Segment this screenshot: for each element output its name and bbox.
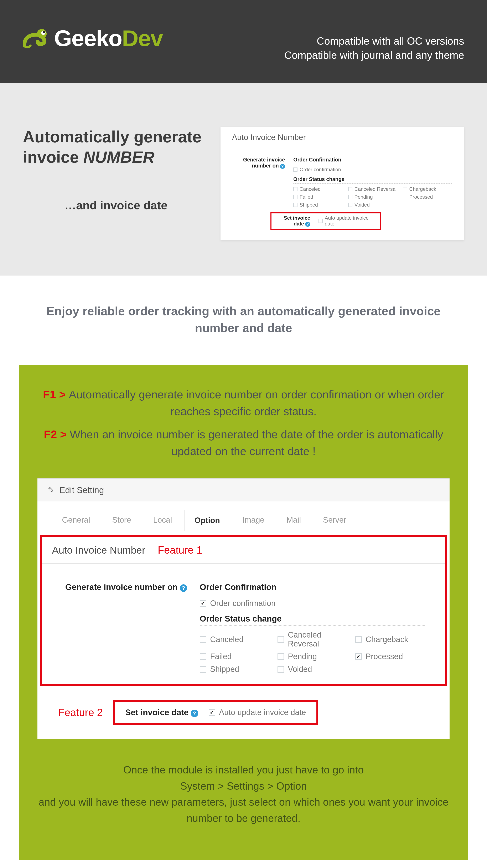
status-checkbox[interactable]: Failed: [293, 194, 342, 200]
status-checkbox[interactable]: Pending: [348, 194, 397, 200]
tab-mail[interactable]: Mail: [277, 510, 311, 531]
help-icon[interactable]: ?: [280, 164, 285, 169]
svg-point-2: [43, 31, 45, 33]
tab-store[interactable]: Store: [102, 510, 141, 531]
tab-general[interactable]: General: [52, 510, 100, 531]
status-checkbox[interactable]: Canceled: [200, 630, 269, 648]
order-confirmation-heading: Order Confirmation: [200, 583, 425, 594]
status-checkbox[interactable]: Processed: [403, 194, 452, 200]
feature-block: F1 > Automatically generate invoice numb…: [19, 365, 468, 860]
status-checkbox[interactable]: Shipped: [200, 665, 269, 674]
feature-2-highlight: Set invoice date? Auto update invoice da…: [113, 700, 318, 724]
status-grid: CanceledCanceled ReversalChargebackFaile…: [200, 630, 425, 674]
chameleon-icon: [23, 27, 50, 50]
help-icon[interactable]: ?: [305, 222, 310, 227]
order-confirmation-checkbox[interactable]: Order confirmation: [200, 599, 425, 608]
status-checkbox[interactable]: Canceled: [293, 186, 342, 192]
generate-on-label: Generate invoice number on?: [233, 157, 285, 208]
tab-local[interactable]: Local: [143, 510, 182, 531]
hero-section: Automatically generate invoice NUMBER …a…: [0, 83, 487, 276]
status-checkbox[interactable]: Chargeback: [355, 630, 425, 648]
tab-image[interactable]: Image: [232, 510, 275, 531]
hero-title: Automatically generate invoice NUMBER: [23, 127, 204, 167]
feature-2-tag: Feature 2: [50, 707, 105, 719]
brand-name: GeekoDev: [54, 25, 163, 51]
hero-subtitle: …and invoice date: [23, 198, 204, 212]
pencil-icon: ✎: [48, 486, 54, 495]
auto-update-date-checkbox[interactable]: Auto update invoice date: [318, 215, 376, 227]
status-checkbox[interactable]: Processed: [355, 652, 425, 661]
status-checkbox[interactable]: Failed: [200, 652, 269, 661]
settings-tabs: GeneralStoreLocalOptionImageMailServer: [37, 501, 450, 531]
page-header: GeekoDev Compatible with all OC versions…: [0, 0, 487, 83]
help-icon[interactable]: ?: [191, 710, 198, 717]
generate-on-label: Generate invoice number on?: [62, 583, 187, 674]
status-checkbox[interactable]: Canceled Reversal: [348, 186, 397, 192]
auto-update-date-checkbox[interactable]: Auto update invoice date: [209, 708, 306, 717]
brand-logo: GeekoDev: [23, 25, 163, 51]
auto-invoice-heading: Auto Invoice Number: [52, 545, 145, 556]
order-status-heading: Order Status change: [200, 614, 425, 626]
status-checkbox[interactable]: Voided: [278, 665, 347, 674]
help-icon[interactable]: ?: [180, 584, 187, 592]
status-checkbox[interactable]: Voided: [348, 202, 397, 208]
status-checkbox[interactable]: Shipped: [293, 202, 342, 208]
admin-panel-preview-small: Auto Invoice Number Generate invoice num…: [221, 127, 464, 240]
order-confirmation-heading: Order Confirmation: [293, 157, 452, 164]
set-invoice-date-highlight: Set invoice date? Auto update invoice da…: [270, 212, 381, 230]
feature-2-line: F2 > When an invoice number is generated…: [37, 426, 450, 460]
order-confirmation-checkbox[interactable]: Order confirmation: [293, 167, 452, 173]
feature-1-highlight: Auto Invoice Number Feature 1 Generate i…: [40, 535, 447, 686]
set-invoice-date-label: Set invoice date?: [275, 215, 310, 227]
feature-1-line: F1 > Automatically generate invoice numb…: [37, 386, 450, 420]
tab-option[interactable]: Option: [184, 510, 230, 531]
tab-server[interactable]: Server: [313, 510, 356, 531]
edit-setting-header: ✎ Edit Setting: [37, 478, 450, 501]
intro-text: Enjoy reliable order tracking with an au…: [0, 276, 487, 365]
order-status-heading: Order Status change: [293, 176, 452, 184]
feature-1-tag: Feature 1: [158, 544, 202, 556]
status-grid: CanceledCanceled ReversalChargebackFaile…: [293, 186, 452, 208]
instructions-text: Once the module is installed you just ha…: [37, 739, 450, 827]
admin-panel-preview-large: ✎ Edit Setting GeneralStoreLocalOptionIm…: [37, 478, 450, 739]
status-checkbox[interactable]: Canceled Reversal: [278, 630, 347, 648]
panel-title: Auto Invoice Number: [221, 127, 464, 148]
status-checkbox[interactable]: Chargeback: [403, 186, 452, 192]
status-checkbox[interactable]: Pending: [278, 652, 347, 661]
set-invoice-date-label: Set invoice date?: [125, 708, 198, 717]
compat-text: Compatible with all OC versions Compatib…: [284, 34, 464, 62]
